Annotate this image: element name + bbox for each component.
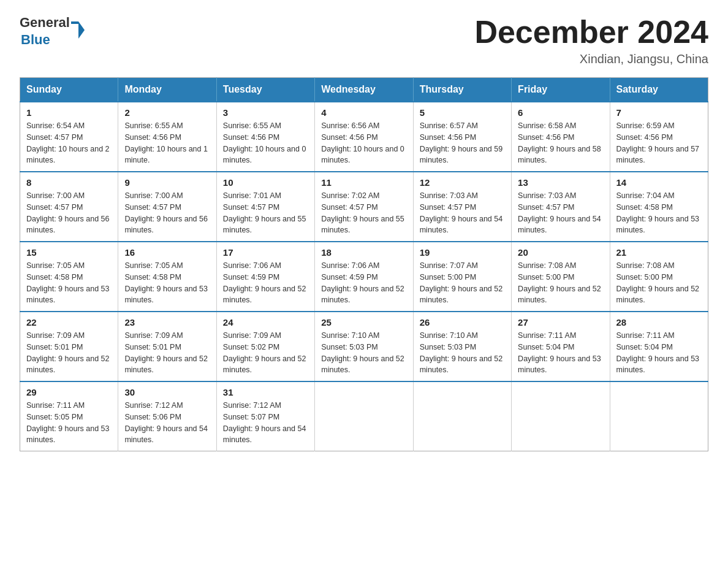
logo-blue-box [71, 21, 78, 24]
day-info: Sunrise: 7:04 AMSunset: 4:58 PMDaylight:… [616, 191, 700, 234]
calendar-cell: 23 Sunrise: 7:09 AMSunset: 5:01 PMDaylig… [118, 312, 216, 381]
day-info: Sunrise: 7:05 AMSunset: 4:58 PMDaylight:… [26, 261, 110, 304]
calendar-cell: 24 Sunrise: 7:09 AMSunset: 5:02 PMDaylig… [216, 312, 314, 381]
week-row-5: 29 Sunrise: 7:11 AMSunset: 5:05 PMDaylig… [20, 381, 708, 451]
location-text: Xindian, Jiangsu, China [474, 52, 708, 66]
title-area: December 2024 Xindian, Jiangsu, China [474, 15, 708, 66]
calendar-cell: 10 Sunrise: 7:01 AMSunset: 4:57 PMDaylig… [216, 172, 314, 242]
calendar-cell [512, 381, 610, 451]
day-info: Sunrise: 7:09 AMSunset: 5:02 PMDaylight:… [223, 331, 306, 374]
calendar-cell: 18 Sunrise: 7:06 AMSunset: 4:59 PMDaylig… [315, 242, 413, 312]
calendar-cell: 29 Sunrise: 7:11 AMSunset: 5:05 PMDaylig… [20, 381, 118, 451]
day-info: Sunrise: 6:55 AMSunset: 4:56 PMDaylight:… [223, 121, 306, 164]
calendar-cell: 28 Sunrise: 7:11 AMSunset: 5:04 PMDaylig… [610, 312, 708, 381]
calendar-table: SundayMondayTuesdayWednesdayThursdayFrid… [20, 77, 708, 451]
logo-general-text: General [20, 15, 70, 31]
calendar-cell: 3 Sunrise: 6:55 AMSunset: 4:56 PMDayligh… [216, 102, 314, 172]
day-number: 23 [124, 317, 210, 327]
day-number: 8 [26, 177, 112, 188]
day-info: Sunrise: 7:11 AMSunset: 5:04 PMDaylight:… [616, 331, 700, 374]
day-number: 10 [223, 177, 308, 188]
calendar-cell: 1 Sunrise: 6:54 AMSunset: 4:57 PMDayligh… [20, 102, 118, 172]
day-number: 22 [26, 317, 112, 327]
week-row-4: 22 Sunrise: 7:09 AMSunset: 5:01 PMDaylig… [20, 312, 708, 381]
day-header-sunday: Sunday [20, 78, 118, 102]
day-number: 4 [321, 107, 406, 118]
page-header: General Blue December 2024 Xindian, Jian… [20, 15, 708, 66]
day-number: 26 [420, 317, 505, 327]
day-info: Sunrise: 6:55 AMSunset: 4:56 PMDaylight:… [124, 121, 208, 164]
day-number: 16 [124, 247, 210, 258]
day-number: 6 [518, 107, 603, 118]
day-number: 14 [616, 177, 702, 188]
day-number: 18 [321, 247, 406, 258]
day-number: 31 [223, 387, 308, 397]
calendar-cell [413, 381, 511, 451]
day-info: Sunrise: 7:08 AMSunset: 5:00 PMDaylight:… [616, 261, 700, 304]
day-info: Sunrise: 7:00 AMSunset: 4:57 PMDaylight:… [26, 191, 110, 234]
calendar-cell: 11 Sunrise: 7:02 AMSunset: 4:57 PMDaylig… [315, 172, 413, 242]
calendar-cell: 9 Sunrise: 7:00 AMSunset: 4:57 PMDayligh… [118, 172, 216, 242]
day-info: Sunrise: 6:56 AMSunset: 4:56 PMDaylight:… [321, 121, 404, 164]
day-info: Sunrise: 7:12 AMSunset: 5:06 PMDaylight:… [124, 401, 208, 444]
day-number: 27 [518, 317, 603, 327]
day-number: 15 [26, 247, 112, 258]
calendar-cell: 7 Sunrise: 6:59 AMSunset: 4:56 PMDayligh… [610, 102, 708, 172]
calendar-cell: 17 Sunrise: 7:06 AMSunset: 4:59 PMDaylig… [216, 242, 314, 312]
day-number: 12 [420, 177, 505, 188]
day-info: Sunrise: 6:59 AMSunset: 4:56 PMDaylight:… [616, 121, 700, 164]
week-row-3: 15 Sunrise: 7:05 AMSunset: 4:58 PMDaylig… [20, 242, 708, 312]
calendar-cell: 20 Sunrise: 7:08 AMSunset: 5:00 PMDaylig… [512, 242, 610, 312]
day-info: Sunrise: 6:58 AMSunset: 4:56 PMDaylight:… [518, 121, 601, 164]
logo: General Blue [20, 15, 78, 48]
day-info: Sunrise: 7:03 AMSunset: 4:57 PMDaylight:… [420, 191, 503, 234]
calendar-cell [610, 381, 708, 451]
day-header-wednesday: Wednesday [315, 78, 413, 102]
calendar-cell: 2 Sunrise: 6:55 AMSunset: 4:56 PMDayligh… [118, 102, 216, 172]
calendar-cell: 22 Sunrise: 7:09 AMSunset: 5:01 PMDaylig… [20, 312, 118, 381]
day-number: 2 [124, 107, 210, 118]
day-info: Sunrise: 7:06 AMSunset: 4:59 PMDaylight:… [321, 261, 404, 304]
calendar-cell: 27 Sunrise: 7:11 AMSunset: 5:04 PMDaylig… [512, 312, 610, 381]
day-info: Sunrise: 7:01 AMSunset: 4:57 PMDaylight:… [223, 191, 306, 234]
logo-text: General [20, 15, 78, 31]
day-number: 29 [26, 387, 112, 397]
day-header-monday: Monday [118, 78, 216, 102]
day-info: Sunrise: 7:11 AMSunset: 5:04 PMDaylight:… [518, 331, 601, 374]
day-info: Sunrise: 7:09 AMSunset: 5:01 PMDaylight:… [124, 331, 208, 374]
day-number: 19 [420, 247, 505, 258]
calendar-cell: 21 Sunrise: 7:08 AMSunset: 5:00 PMDaylig… [610, 242, 708, 312]
day-info: Sunrise: 7:10 AMSunset: 5:03 PMDaylight:… [420, 331, 503, 374]
day-info: Sunrise: 7:03 AMSunset: 4:57 PMDaylight:… [518, 191, 601, 234]
day-info: Sunrise: 7:00 AMSunset: 4:57 PMDaylight:… [124, 191, 208, 234]
week-row-2: 8 Sunrise: 7:00 AMSunset: 4:57 PMDayligh… [20, 172, 708, 242]
day-info: Sunrise: 7:02 AMSunset: 4:57 PMDaylight:… [321, 191, 404, 234]
month-title: December 2024 [474, 15, 708, 50]
day-number: 5 [420, 107, 505, 118]
calendar-cell: 26 Sunrise: 7:10 AMSunset: 5:03 PMDaylig… [413, 312, 511, 381]
day-number: 9 [124, 177, 210, 188]
day-number: 7 [616, 107, 702, 118]
day-info: Sunrise: 7:09 AMSunset: 5:01 PMDaylight:… [26, 331, 110, 374]
day-number: 13 [518, 177, 603, 188]
calendar-cell: 15 Sunrise: 7:05 AMSunset: 4:58 PMDaylig… [20, 242, 118, 312]
day-info: Sunrise: 7:12 AMSunset: 5:07 PMDaylight:… [223, 401, 306, 444]
calendar-cell: 14 Sunrise: 7:04 AMSunset: 4:58 PMDaylig… [610, 172, 708, 242]
calendar-cell: 30 Sunrise: 7:12 AMSunset: 5:06 PMDaylig… [118, 381, 216, 451]
calendar-cell: 8 Sunrise: 7:00 AMSunset: 4:57 PMDayligh… [20, 172, 118, 242]
day-header-friday: Friday [512, 78, 610, 102]
day-info: Sunrise: 7:10 AMSunset: 5:03 PMDaylight:… [321, 331, 404, 374]
calendar-cell: 12 Sunrise: 7:03 AMSunset: 4:57 PMDaylig… [413, 172, 511, 242]
day-info: Sunrise: 7:07 AMSunset: 5:00 PMDaylight:… [420, 261, 503, 304]
day-number: 3 [223, 107, 308, 118]
calendar-cell: 6 Sunrise: 6:58 AMSunset: 4:56 PMDayligh… [512, 102, 610, 172]
day-number: 24 [223, 317, 308, 327]
day-number: 11 [321, 177, 406, 188]
day-info: Sunrise: 7:05 AMSunset: 4:58 PMDaylight:… [124, 261, 208, 304]
day-info: Sunrise: 7:06 AMSunset: 4:59 PMDaylight:… [223, 261, 306, 304]
day-number: 17 [223, 247, 308, 258]
calendar-cell: 31 Sunrise: 7:12 AMSunset: 5:07 PMDaylig… [216, 381, 314, 451]
calendar-cell [315, 381, 413, 451]
day-number: 30 [124, 387, 210, 397]
day-header-saturday: Saturday [610, 78, 708, 102]
